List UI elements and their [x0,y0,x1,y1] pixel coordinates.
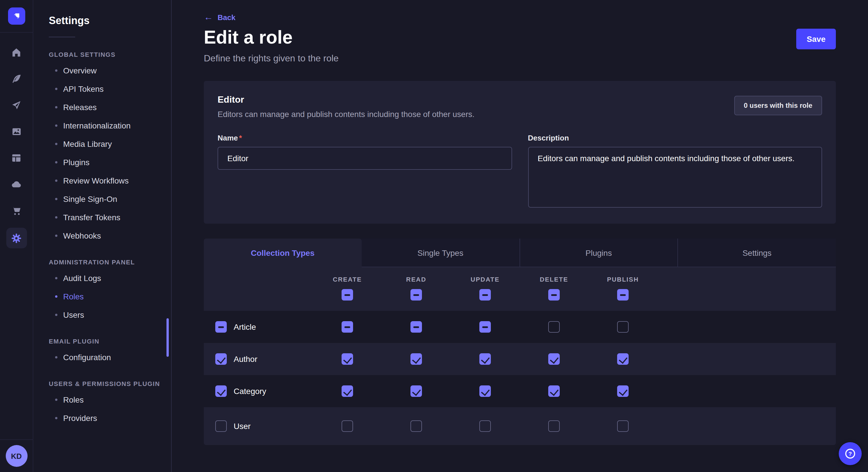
feather-icon[interactable] [7,69,26,88]
subnav-item-users[interactable]: Users [33,306,171,324]
bullet-icon [55,106,57,108]
author-read-checkbox-checked[interactable] [410,353,422,365]
author-publish-checkbox-checked[interactable] [617,353,629,365]
bullet-icon [55,314,57,316]
role-fields: Name* Description Editors can manage and… [218,134,822,210]
category-delete-checkbox-checked[interactable] [548,385,560,397]
layout-icon[interactable] [7,148,26,167]
media-images-icon[interactable] [7,122,26,140]
perm-cell-author-create [313,353,382,365]
author-update-checkbox-checked[interactable] [479,353,491,365]
back-arrow-icon: ← [204,12,213,22]
user-read-checkbox-unchecked[interactable] [410,420,422,432]
article-delete-checkbox-unchecked[interactable] [548,321,560,333]
perm-cell-category-delete [520,385,588,397]
subnav-item-plugins[interactable]: Plugins [33,153,171,171]
perm-column-label: CREATE [333,276,362,283]
subnav-scrollbar-thumb[interactable] [166,318,169,357]
subnav-item-single-sign-on[interactable]: Single Sign-On [33,190,171,208]
bullet-icon [55,161,57,164]
select-all-read-checkbox-indeterminate[interactable] [410,289,422,301]
select-all-delete-checkbox-indeterminate[interactable] [548,289,560,301]
perm-row-label: Category [234,386,267,396]
bullet-icon [55,125,57,127]
article-row-checkbox-indeterminate[interactable] [215,321,227,333]
cart-icon[interactable] [7,201,26,220]
article-read-checkbox-indeterminate[interactable] [410,321,422,333]
subnav-item-internationalization[interactable]: Internationalization [33,116,171,135]
users-with-role-button[interactable]: 0 users with this role [734,96,822,115]
help-button[interactable]: ? [839,442,862,465]
subnav-item-webhooks[interactable]: Webhooks [33,227,171,245]
subnav-item-api-tokens[interactable]: API Tokens [33,80,171,98]
home-icon[interactable] [7,43,26,61]
author-row-checkbox-checked[interactable] [215,353,227,365]
select-all-update-checkbox-indeterminate[interactable] [479,289,491,301]
article-update-checkbox-indeterminate[interactable] [479,321,491,333]
gear-icon[interactable] [6,228,27,248]
bullet-icon [55,69,57,72]
perm-cell-author-read [382,353,451,365]
bullet-icon [55,235,57,237]
subnav-section-global-settings: GLOBAL SETTINGS [49,51,171,58]
user-publish-checkbox-unchecked[interactable] [617,420,629,432]
subnav-item-label: Review Workflows [63,176,129,185]
back-link[interactable]: ← Back [204,12,236,22]
paper-plane-icon[interactable] [7,96,26,114]
user-update-checkbox-unchecked[interactable] [479,420,491,432]
select-all-publish-checkbox-indeterminate[interactable] [617,289,629,301]
bullet-icon [55,143,57,145]
tab-single-types[interactable]: Single Types [362,239,520,267]
tab-settings[interactable]: Settings [678,239,836,267]
perm-cell-author-update [451,353,520,365]
subnav-item-label: Single Sign-On [63,194,117,204]
tab-plugins[interactable]: Plugins [519,239,678,267]
category-row-checkbox-checked[interactable] [215,385,227,397]
user-row-checkbox-unchecked[interactable] [215,420,227,432]
perm-cell-article-create [313,321,382,333]
perm-cell-author-delete [520,353,588,365]
category-update-checkbox-checked[interactable] [479,385,491,397]
required-asterisk: * [239,134,242,142]
select-all-create-checkbox-indeterminate[interactable] [342,289,353,301]
user-create-checkbox-unchecked[interactable] [342,420,353,432]
category-read-checkbox-checked[interactable] [410,385,422,397]
bullet-icon [55,179,57,182]
subnav-item-label: Releases [63,103,97,112]
user-avatar[interactable]: KD [5,445,27,467]
subnav-item-releases[interactable]: Releases [33,98,171,116]
save-button[interactable]: Save [797,29,836,49]
category-create-checkbox-checked[interactable] [342,385,353,397]
perm-row-author: Author [204,343,836,375]
user-delete-checkbox-unchecked[interactable] [548,420,560,432]
perm-column-update: UPDATE [451,267,520,301]
perm-cell-category-publish [588,385,657,397]
subnav-item-transfer-tokens[interactable]: Transfer Tokens [33,208,171,227]
perm-cell-article-publish [588,321,657,333]
subnav-item-providers[interactable]: Providers [33,409,171,427]
perm-cell-category-create [313,385,382,397]
name-input[interactable] [218,147,512,170]
back-label: Back [218,13,236,22]
subnav-item-roles[interactable]: Roles [33,391,171,409]
iconbar-footer: KD [0,439,33,472]
main-content: ← Back Edit a role Define the rights giv… [172,0,868,472]
strapi-logo[interactable] [8,7,25,25]
perm-cell-user-read [382,420,451,432]
article-publish-checkbox-unchecked[interactable] [617,321,629,333]
author-create-checkbox-checked[interactable] [342,353,353,365]
description-textarea[interactable]: Editors can manage and publish contents … [528,147,822,208]
subnav-item-audit-logs[interactable]: Audit Logs [33,269,171,287]
subnav-item-overview[interactable]: Overview [33,61,171,80]
subnav-item-configuration[interactable]: Configuration [33,348,171,367]
bullet-icon [55,356,57,359]
cloud-icon[interactable] [7,175,26,193]
category-publish-checkbox-checked[interactable] [617,385,629,397]
subnav-item-review-workflows[interactable]: Review Workflows [33,171,171,190]
subnav-item-roles[interactable]: Roles [33,287,171,306]
subnav-item-media-library[interactable]: Media Library [33,135,171,153]
subnav-item-label: Media Library [63,139,112,148]
author-delete-checkbox-checked[interactable] [548,353,560,365]
article-create-checkbox-indeterminate[interactable] [342,321,353,333]
tab-collection-types[interactable]: Collection Types [204,239,362,267]
